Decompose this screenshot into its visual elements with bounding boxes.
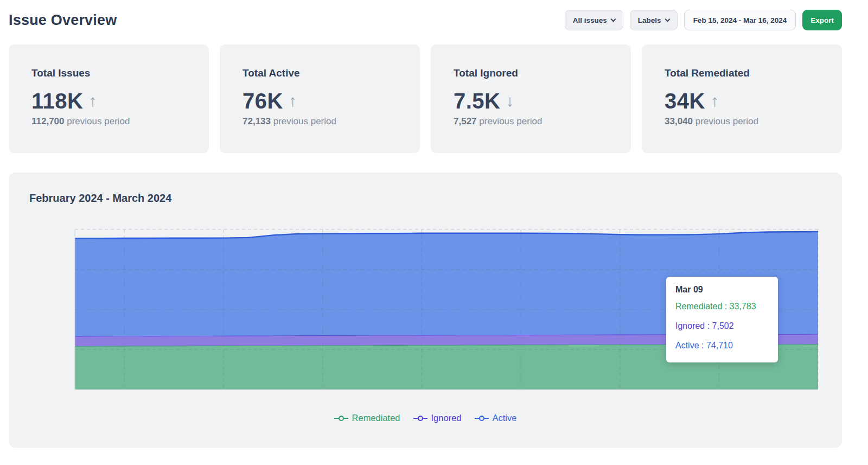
chevron-down-icon [610,16,616,22]
card-value: 118K [31,90,83,112]
page-title: Issue Overview [9,12,117,29]
chevron-down-icon [665,16,670,22]
legend-item-active[interactable]: Active [475,413,517,423]
tooltip-remediated-value: Remediated : 33,783 [675,297,769,316]
labels-dropdown-label: Labels [638,16,661,24]
export-button[interactable]: Export [802,10,842,30]
previous-period-text: 33,040 previous period [665,116,819,127]
trend-up-icon: ↑ [711,93,719,109]
all-issues-dropdown-label: All issues [573,16,607,24]
previous-period-text: 7,527 previous period [454,116,608,127]
issue-overview-page: Issue Overview All issues Labels Feb 15,… [0,0,868,448]
trend-down-icon: ↓ [506,93,514,109]
legend-label: Active [493,413,517,423]
previous-period-text: 72,133 previous period [242,116,397,127]
tooltip-date: Mar 09 [675,285,769,295]
total-remediated-card: Total Remediated 34K ↑ 33,040 previous p… [642,44,842,153]
card-title: Total Remediated [665,67,819,79]
total-ignored-card: Total Ignored 7.5K ↓ 7,527 previous peri… [431,44,631,153]
chart-title: February 2024 - March 2024 [29,192,171,205]
total-active-card: Total Active 76K ↑ 72,133 previous perio… [220,44,420,153]
card-title: Total Active [242,67,397,79]
previous-period-text: 112,700 previous period [31,116,186,127]
total-issues-card: Total Issues 118K ↑ 112,700 previous per… [9,44,209,153]
trend-up-icon: ↑ [88,93,97,109]
card-value: 7.5K [454,90,501,112]
active-line-marker-icon [475,415,489,422]
all-issues-dropdown[interactable]: All issues [565,10,623,30]
stats-row: Total Issues 118K ↑ 112,700 previous per… [9,44,842,153]
chart-tooltip: Mar 09 Remediated : 33,783 Ignored : 7,5… [666,277,778,362]
trend-up-icon: ↑ [289,93,297,109]
page-header: Issue Overview All issues Labels Feb 15,… [9,0,842,36]
header-controls: All issues Labels Feb 15, 2024 - Mar 16,… [565,10,842,30]
legend-item-remediated[interactable]: Remediated [334,413,400,423]
card-value: 76K [242,90,283,112]
card-title: Total Ignored [454,67,608,79]
legend-item-ignored[interactable]: Ignored [413,413,462,423]
remediated-line-marker-icon [334,415,348,422]
tooltip-ignored-value: Ignored : 7,502 [675,316,769,336]
legend-label: Remediated [352,413,400,423]
date-range-picker[interactable]: Feb 15, 2024 - Mar 16, 2024 [684,10,796,30]
card-value: 34K [665,90,705,112]
issues-chart-panel: February 2024 - March 2024 Mar 09 Remedi… [9,173,842,448]
tooltip-active-value: Active : 74,710 [675,336,769,355]
labels-dropdown[interactable]: Labels [630,10,678,30]
date-range-label: Feb 15, 2024 - Mar 16, 2024 [693,16,787,24]
chart-legend: Remediated Ignored Active [9,413,842,423]
card-title: Total Issues [31,67,186,79]
legend-label: Ignored [431,413,462,423]
ignored-line-marker-icon [413,415,427,422]
